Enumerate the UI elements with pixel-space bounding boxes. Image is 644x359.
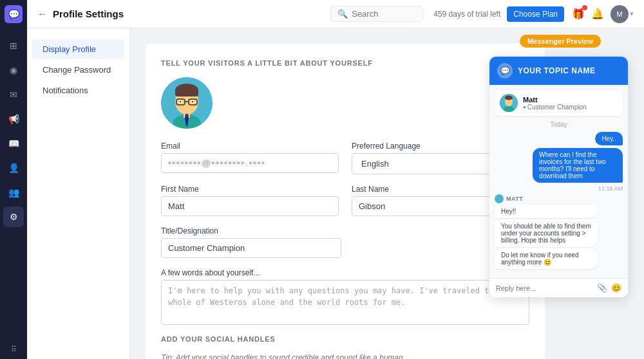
messenger-preview-container: Messenger Preview 💬 YOUR TOPIC NAME	[489, 35, 631, 297]
messenger-header-title: YOUR TOPIC NAME	[518, 66, 596, 75]
page-title: Profile Settings	[53, 8, 330, 19]
social-section-title: ADD YOUR SOCIAL HANDLES	[161, 335, 529, 343]
email-input[interactable]	[161, 153, 339, 173]
first-name-label: First Name	[161, 185, 339, 194]
search-box[interactable]: 🔍	[330, 6, 423, 22]
agent-role: ● Customer Champion	[523, 104, 587, 111]
search-icon: 🔍	[337, 9, 348, 19]
gift-icon[interactable]: 🎁	[572, 8, 585, 20]
messenger-preview-label: Messenger Preview	[520, 35, 601, 48]
nav-item-megaphone[interactable]: 📢	[3, 109, 24, 129]
nav-dots: ⠿	[11, 345, 17, 354]
messenger-reply: 📎 😊	[489, 278, 628, 297]
svg-rect-5	[175, 89, 198, 97]
bio-textarea[interactable]: I'm here to help you with any questions …	[161, 280, 529, 325]
trial-text: 459 days of trial left	[433, 10, 500, 19]
main-layout: Display Profile Change Password Notifica…	[27, 28, 644, 359]
notification-badge	[582, 5, 587, 10]
app-logo[interactable]: 💬	[5, 5, 23, 23]
messenger-reply-input[interactable]	[496, 284, 593, 292]
messenger-reply-icons: 📎 😊	[597, 283, 621, 293]
choose-plan-button[interactable]: Choose Plan	[507, 6, 564, 22]
nav-item-book[interactable]: 📖	[3, 133, 24, 154]
nav-item-settings[interactable]: ⚙	[3, 207, 24, 227]
back-button[interactable]: ←	[37, 8, 48, 20]
sender-mini-avatar	[495, 194, 504, 203]
nav-item-users[interactable]: 👥	[3, 182, 24, 203]
svg-point-19	[505, 96, 513, 100]
email-language-row: Email Preferred Language English	[161, 142, 529, 174]
top-bar: ← Profile Settings 🔍 459 days of trial l…	[27, 0, 644, 28]
title-row: Title/Designation	[161, 226, 529, 258]
visitor-bubble-hey: Hey..	[595, 132, 623, 145]
nav-item-circle[interactable]: ◉	[3, 60, 24, 80]
email-group: Email	[161, 142, 339, 174]
social-tip: Tip: Add your social handles to sound cr…	[161, 353, 529, 359]
attachment-icon[interactable]: 📎	[597, 283, 607, 293]
title-input[interactable]	[161, 238, 341, 258]
first-name-group: First Name	[161, 185, 339, 216]
left-navigation: 💬 ⊞ ◉ ✉ 📢 📖 👤 👥 ⚙ ⠿	[0, 0, 27, 359]
svg-point-11	[180, 101, 181, 102]
settings-sidebar: Display Profile Change Password Notifica…	[27, 28, 130, 359]
title-label: Title/Designation	[161, 226, 341, 235]
social-section: ADD YOUR SOCIAL HANDLES Tip: Add your so…	[161, 335, 529, 359]
sidebar-item-display-profile[interactable]: Display Profile	[32, 39, 124, 59]
messenger-header: 💬 YOUR TOPIC NAME	[489, 57, 628, 85]
user-avatar[interactable]: M	[611, 5, 629, 23]
agent-bubble-hey: Hey!!	[495, 205, 598, 218]
bio-label: A few words about yourself...	[161, 268, 529, 277]
agent-bubble-reply1: You should be able to find them under yo…	[495, 219, 598, 247]
agent-info: Matt ● Customer Champion	[523, 96, 587, 111]
messenger-agent-row: Matt ● Customer Champion	[495, 90, 623, 116]
profile-card: TELL YOUR VISITORS A LITTLE BIT ABOUT YO…	[146, 44, 545, 359]
agent-sender-label: MATT	[495, 194, 623, 203]
svg-point-12	[192, 101, 193, 102]
today-divider: Today	[495, 121, 623, 128]
visitor-msg-hey: Hey..	[495, 132, 623, 145]
bio-group: A few words about yourself... I'm here t…	[161, 268, 529, 325]
nav-item-grid[interactable]: ⊞	[3, 35, 24, 56]
bell-icon[interactable]: 🔔	[591, 8, 604, 20]
bio-row: A few words about yourself... I'm here t…	[161, 268, 529, 325]
messenger-widget: 💬 YOUR TOPIC NAME	[489, 57, 628, 297]
msg-time: 11:16 AM	[495, 185, 623, 192]
sidebar-item-change-password[interactable]: Change Password	[32, 60, 124, 80]
content-area: TELL YOUR VISITORS A LITTLE BIT ABOUT YO…	[130, 28, 644, 359]
sidebar-item-notifications[interactable]: Notifications	[32, 80, 124, 100]
agent-name: Matt	[523, 96, 587, 104]
messenger-header-icon: 💬	[497, 63, 513, 78]
first-name-input[interactable]	[161, 196, 339, 216]
visitor-bubble-question: Where can I find the invoices for the la…	[533, 148, 623, 183]
messenger-body: Matt ● Customer Champion Today Hey..	[489, 85, 628, 278]
emoji-icon[interactable]: 😊	[611, 283, 621, 293]
name-row: First Name Last Name	[161, 185, 529, 216]
agent-avatar	[500, 94, 518, 112]
email-label: Email	[161, 142, 339, 151]
svg-marker-14	[185, 114, 189, 118]
agent-msg-block: MATT Hey!! You should be able to find th…	[495, 194, 623, 270]
search-input[interactable]	[352, 9, 416, 19]
avatar-chevron[interactable]: ▾	[630, 10, 634, 18]
nav-item-user[interactable]: 👤	[3, 158, 24, 178]
avatar-section	[161, 77, 529, 129]
profile-avatar[interactable]	[161, 77, 213, 129]
nav-item-mail[interactable]: ✉	[3, 84, 24, 105]
agent-bubble-reply2: Do let me know if you need anything more…	[495, 248, 598, 269]
title-group: Title/Designation	[161, 226, 341, 258]
visitor-msg-question: Where can I find the invoices for the la…	[495, 148, 623, 183]
section-title: TELL YOUR VISITORS A LITTLE BIT ABOUT YO…	[161, 59, 529, 67]
